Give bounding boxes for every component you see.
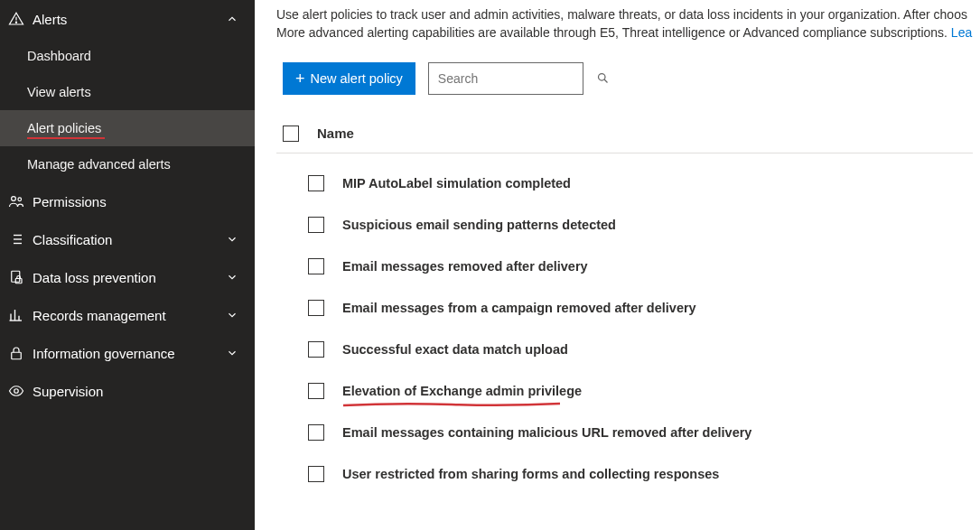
sidebar-item-label: Manage advanced alerts bbox=[27, 157, 171, 172]
nav-section-label: Supervision bbox=[33, 384, 240, 399]
policy-name[interactable]: User restricted from sharing forms and c… bbox=[342, 467, 719, 481]
lock-document-icon bbox=[7, 269, 25, 285]
sidebar: Alerts Dashboard View alerts Alert polic… bbox=[0, 0, 255, 530]
intro-line-2: More advanced alerting capabilities are … bbox=[276, 23, 976, 42]
policy-name[interactable]: Email messages removed after delivery bbox=[342, 259, 588, 274]
table-row[interactable]: Successful exact data match upload bbox=[276, 329, 973, 370]
select-all-checkbox[interactable] bbox=[283, 126, 299, 142]
nav-section-label: Data loss prevention bbox=[33, 270, 226, 285]
toolbar: + New alert policy bbox=[283, 62, 980, 95]
intro-text: Use alert policies to track user and adm… bbox=[276, 5, 980, 42]
nav-section-supervision[interactable]: Supervision bbox=[0, 372, 255, 410]
table-row[interactable]: MIP AutoLabel simulation completed bbox=[276, 163, 973, 204]
svg-rect-16 bbox=[12, 352, 22, 359]
chevron-down-icon bbox=[226, 309, 240, 321]
chevron-down-icon bbox=[226, 347, 240, 359]
main-content: Use alert policies to track user and adm… bbox=[255, 0, 980, 530]
table-row[interactable]: Elevation of Exchange admin privilege bbox=[276, 370, 973, 412]
policy-name[interactable]: Suspicious email sending patterns detect… bbox=[342, 218, 616, 232]
nav-section-permissions[interactable]: Permissions bbox=[0, 182, 255, 220]
svg-point-17 bbox=[14, 389, 19, 394]
annotation-underline bbox=[27, 137, 105, 139]
policy-name[interactable]: MIP AutoLabel simulation completed bbox=[342, 176, 571, 191]
sidebar-item-view-alerts[interactable]: View alerts bbox=[0, 74, 255, 110]
intro-line-1: Use alert policies to track user and adm… bbox=[276, 5, 976, 23]
nav-section-label: Classification bbox=[33, 232, 226, 247]
sidebar-item-alert-policies[interactable]: Alert policies bbox=[0, 110, 255, 146]
row-checkbox[interactable] bbox=[308, 466, 324, 482]
table-row[interactable]: Email messages containing malicious URL … bbox=[276, 412, 973, 453]
annotation-underline bbox=[343, 402, 560, 404]
row-checkbox[interactable] bbox=[308, 383, 324, 399]
table-row[interactable]: User restricted from sharing forms and c… bbox=[276, 453, 973, 495]
search-box[interactable] bbox=[428, 62, 583, 95]
row-checkbox[interactable] bbox=[308, 424, 324, 441]
eye-icon bbox=[7, 383, 25, 399]
svg-line-19 bbox=[604, 79, 607, 82]
lock-icon bbox=[7, 345, 25, 361]
table-row[interactable]: Email messages removed after delivery bbox=[276, 246, 973, 287]
column-name[interactable]: Name bbox=[317, 126, 354, 141]
nav-section-info-gov[interactable]: Information governance bbox=[0, 334, 255, 372]
policy-name[interactable]: Successful exact data match upload bbox=[342, 342, 568, 357]
svg-rect-11 bbox=[15, 279, 22, 284]
nav-section-label: Alerts bbox=[33, 12, 226, 27]
policy-list: Name MIP AutoLabel simulation completed … bbox=[276, 118, 980, 530]
chart-icon bbox=[7, 307, 25, 323]
sidebar-item-label: Dashboard bbox=[27, 49, 91, 63]
nav-section-alerts[interactable]: Alerts bbox=[0, 0, 255, 38]
sidebar-item-label: Alert policies bbox=[27, 121, 101, 135]
nav-sub-alerts: Dashboard View alerts Alert policies Man… bbox=[0, 38, 255, 182]
nav-section-records[interactable]: Records management bbox=[0, 296, 255, 334]
chevron-down-icon bbox=[226, 271, 240, 284]
alert-icon bbox=[7, 11, 25, 27]
list-icon bbox=[7, 231, 25, 247]
row-checkbox[interactable] bbox=[308, 217, 324, 233]
svg-point-3 bbox=[18, 198, 22, 201]
nav-section-label: Information governance bbox=[33, 346, 226, 361]
nav-section-label: Permissions bbox=[33, 194, 240, 209]
chevron-up-icon bbox=[226, 13, 240, 25]
learn-more-link[interactable]: Lea bbox=[951, 25, 972, 40]
new-alert-policy-button[interactable]: + New alert policy bbox=[283, 62, 415, 95]
svg-point-1 bbox=[15, 22, 16, 23]
sidebar-item-manage-advanced-alerts[interactable]: Manage advanced alerts bbox=[0, 146, 255, 182]
table-row[interactable]: Suspicious email sending patterns detect… bbox=[276, 204, 973, 246]
policy-name[interactable]: Email messages from a campaign removed a… bbox=[342, 301, 696, 315]
row-checkbox[interactable] bbox=[308, 341, 324, 358]
button-label: New alert policy bbox=[311, 71, 403, 86]
row-checkbox[interactable] bbox=[308, 258, 324, 274]
search-icon bbox=[596, 71, 610, 85]
nav-section-dlp[interactable]: Data loss prevention bbox=[0, 258, 255, 296]
row-checkbox[interactable] bbox=[308, 175, 324, 191]
chevron-down-icon bbox=[226, 233, 240, 246]
sidebar-item-label: View alerts bbox=[27, 85, 91, 99]
plus-icon: + bbox=[295, 70, 305, 87]
policy-name[interactable]: Elevation of Exchange admin privilege bbox=[342, 384, 582, 398]
search-input[interactable] bbox=[438, 71, 596, 86]
svg-point-18 bbox=[598, 74, 605, 81]
people-icon bbox=[7, 193, 25, 209]
nav-section-classification[interactable]: Classification bbox=[0, 220, 255, 258]
table-row[interactable]: Email messages from a campaign removed a… bbox=[276, 287, 973, 329]
list-header: Name bbox=[276, 118, 973, 153]
svg-point-2 bbox=[12, 197, 16, 201]
sidebar-item-dashboard[interactable]: Dashboard bbox=[0, 38, 255, 74]
policy-name[interactable]: Email messages containing malicious URL … bbox=[342, 425, 751, 440]
row-checkbox[interactable] bbox=[308, 300, 324, 316]
nav-section-label: Records management bbox=[33, 308, 226, 323]
